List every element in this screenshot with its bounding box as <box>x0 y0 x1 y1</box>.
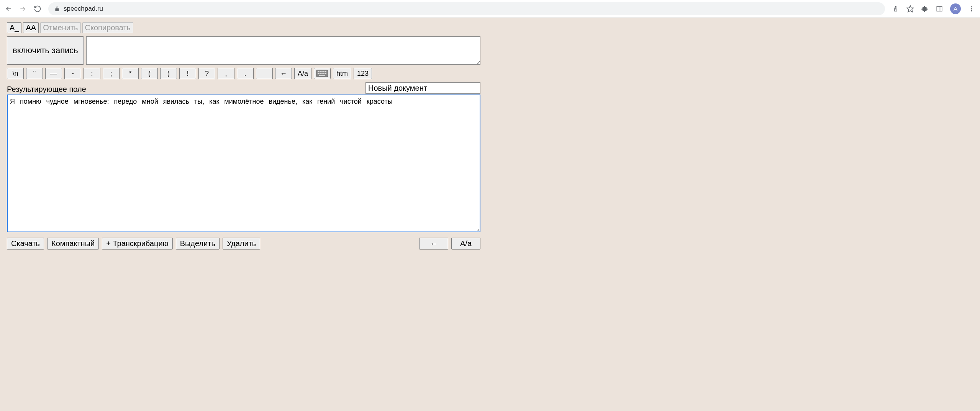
htm-button[interactable]: htm <box>333 68 351 79</box>
url-text: speechpad.ru <box>64 5 103 13</box>
svg-marker-2 <box>907 5 914 12</box>
reload-icon[interactable] <box>34 5 41 13</box>
delete-button[interactable]: Удалить <box>223 238 260 250</box>
result-label: Результирующее поле <box>7 85 86 94</box>
doc-name-input[interactable] <box>365 82 480 94</box>
browser-toolbar: speechpad.ru A <box>0 0 980 18</box>
avatar[interactable]: A <box>950 3 961 14</box>
nav-buttons <box>5 5 41 13</box>
sym-question[interactable]: ? <box>198 68 215 79</box>
svg-rect-3 <box>937 7 942 11</box>
interim-textarea[interactable] <box>86 36 480 65</box>
result-header: Результирующее поле <box>7 82 480 94</box>
compact-button[interactable]: Компактный <box>47 238 99 250</box>
copy-button[interactable]: Скопировать <box>82 22 133 33</box>
record-row: включить запись <box>7 36 480 65</box>
bottom-case-button[interactable]: A/a <box>451 238 480 250</box>
back-icon[interactable] <box>5 5 12 13</box>
svg-rect-12 <box>323 71 324 72</box>
undo-button[interactable]: Отменить <box>40 22 80 33</box>
sym-emdash[interactable]: — <box>45 68 62 79</box>
font-small-button[interactable]: A_ <box>7 22 21 33</box>
svg-rect-15 <box>320 73 321 74</box>
sym-comma[interactable]: , <box>218 68 234 79</box>
download-button[interactable]: Скачать <box>7 238 44 250</box>
sym-period[interactable]: . <box>237 68 254 79</box>
sym-blank[interactable] <box>256 68 273 79</box>
svg-point-6 <box>971 8 972 9</box>
avatar-letter: A <box>954 5 957 12</box>
sym-dash[interactable]: - <box>64 68 81 79</box>
extensions-icon[interactable] <box>921 5 929 13</box>
svg-rect-16 <box>321 73 323 74</box>
browser-right-icons: A <box>892 3 975 14</box>
sym-case-toggle[interactable]: A/a <box>294 68 311 79</box>
sym-exclaim[interactable]: ! <box>179 68 196 79</box>
kebab-menu-icon[interactable] <box>968 5 975 13</box>
panel-icon[interactable] <box>936 5 943 13</box>
address-bar[interactable]: speechpad.ru <box>48 2 885 15</box>
sym-backspace[interactable]: ← <box>275 68 292 79</box>
page-body: A_ AA Отменить Скопировать включить запи… <box>0 18 980 411</box>
svg-rect-9 <box>318 71 319 72</box>
bottom-arrow-button[interactable]: ← <box>419 238 448 250</box>
share-icon[interactable] <box>892 5 900 13</box>
transcribe-button[interactable]: + Транскрибацию <box>102 238 172 250</box>
result-textarea[interactable] <box>7 95 480 232</box>
sym-asterisk[interactable]: * <box>122 68 139 79</box>
symbol-toolbar: \n " — - : ; * ( ) ! ? , . ← A/a htm 123 <box>7 68 480 79</box>
record-button[interactable]: включить запись <box>7 36 84 65</box>
sym-paren-open[interactable]: ( <box>141 68 158 79</box>
font-toolbar: A_ AA Отменить Скопировать <box>7 22 480 33</box>
lock-icon <box>54 6 60 11</box>
svg-rect-11 <box>321 71 323 72</box>
forward-icon <box>19 5 27 13</box>
svg-point-7 <box>971 10 972 11</box>
bottom-toolbar: Скачать Компактный + Транскрибацию Выдел… <box>7 238 480 250</box>
svg-rect-17 <box>323 73 324 74</box>
svg-rect-18 <box>325 73 326 74</box>
svg-rect-14 <box>318 73 319 74</box>
sym-colon[interactable]: : <box>84 68 100 79</box>
svg-rect-13 <box>325 71 326 72</box>
svg-point-5 <box>971 6 972 7</box>
num-button[interactable]: 123 <box>354 68 372 79</box>
svg-rect-10 <box>320 71 321 72</box>
select-button[interactable]: Выделить <box>176 238 220 250</box>
star-icon[interactable] <box>906 5 914 13</box>
svg-rect-19 <box>319 75 325 76</box>
sym-quote[interactable]: " <box>26 68 43 79</box>
sym-paren-close[interactable]: ) <box>160 68 177 79</box>
sym-newline[interactable]: \n <box>7 68 24 79</box>
font-large-button[interactable]: AA <box>23 22 39 33</box>
keyboard-icon[interactable] <box>314 68 331 79</box>
sym-semicolon[interactable]: ; <box>103 68 120 79</box>
